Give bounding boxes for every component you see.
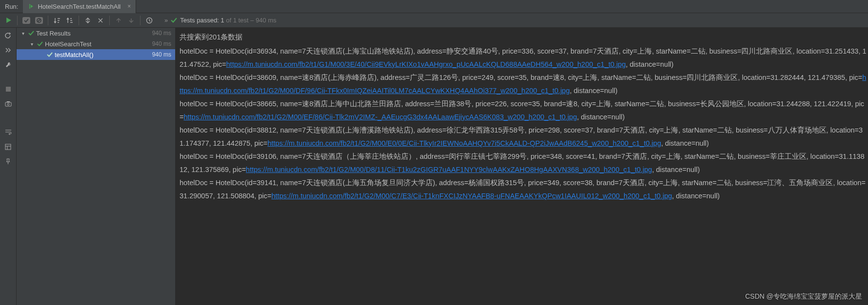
show-ignored-button[interactable] — [33, 15, 45, 26]
svg-rect-9 — [5, 144, 11, 150]
console-summary: 共搜索到201条数据 — [180, 31, 868, 44]
console-output[interactable]: 共搜索到201条数据hotelDoc = HotelDoc(id=36934, … — [176, 28, 868, 305]
check-icon — [28, 30, 34, 36]
sort-down-button[interactable] — [51, 15, 63, 26]
stop-button[interactable] — [3, 84, 13, 94]
test-tree[interactable]: ▾Test Results940 ms▾HotelSearchTest940 m… — [17, 28, 176, 305]
console-link[interactable]: https://m.tuniucdn.com/fb2/t1/G2/M00/C7/… — [271, 192, 672, 200]
rerun-tests-button[interactable] — [3, 31, 13, 40]
sort-up-button[interactable] — [64, 15, 76, 26]
console-line: hotelDoc = HotelDoc(id=39106, name=7天连锁酒… — [180, 150, 868, 176]
console-link[interactable]: https://m.tuniucdn.com/fb2/t1/G2/M00/EF/… — [183, 113, 577, 121]
tree-label: Test Results — [36, 30, 71, 37]
status-suffix: of 1 test – 940 ms — [224, 17, 277, 24]
tree-node[interactable]: ▾HotelSearchTest940 ms — [17, 38, 175, 49]
toggle-auto-test-button[interactable] — [3, 45, 13, 55]
console-link[interactable]: https://m.tuniucdn.com/fb2/t1/G2/M00/E0/… — [267, 139, 661, 147]
run-label: Run: — [0, 3, 23, 10]
rerun-play-icon — [28, 3, 35, 10]
close-tab-icon[interactable]: × — [123, 3, 131, 10]
wrench-button[interactable] — [3, 60, 13, 70]
pin-button[interactable] — [3, 156, 13, 166]
tree-time: 940 ms — [152, 40, 171, 47]
svg-rect-5 — [6, 87, 11, 92]
run-button[interactable] — [2, 15, 14, 26]
tree-time: 940 ms — [152, 51, 171, 58]
status-passed: Tests passed: 1 — [180, 17, 224, 24]
collapse-all-button[interactable] — [95, 15, 106, 26]
svg-rect-6 — [5, 102, 11, 106]
show-passed-button[interactable] — [20, 15, 32, 26]
console-link[interactable]: https://m.tuniucdn.com/fb2/t1/G1/M00/3E/… — [226, 60, 626, 68]
tree-label: testMatchAll() — [55, 51, 93, 58]
tree-node[interactable]: ▾Test Results940 ms — [17, 28, 175, 38]
console-line: hotelDoc = HotelDoc(id=39141, name=7天连锁酒… — [180, 176, 868, 203]
console-line: hotelDoc = HotelDoc(id=38665, name=速8酒店上… — [180, 97, 868, 124]
tree-label: HotelSearchTest — [45, 40, 91, 48]
layout-button[interactable] — [3, 142, 13, 152]
run-tab[interactable]: HotelSearchTest.testMatchAll × — [23, 0, 136, 13]
tree-node[interactable]: testMatchAll()940 ms — [17, 49, 175, 60]
next-failed-button[interactable] — [125, 15, 137, 26]
chevron-down-icon: ▾ — [28, 41, 35, 47]
tab-title: HotelSearchTest.testMatchAll — [38, 3, 121, 10]
tree-time: 940 ms — [152, 30, 171, 37]
svg-rect-8 — [7, 101, 10, 102]
check-icon — [47, 52, 53, 57]
prev-failed-button[interactable] — [113, 15, 124, 26]
import-results-button[interactable] — [143, 15, 155, 26]
console-link[interactable]: https://m.tuniucdn.com/fb2/t1/G2/M00/DF/… — [180, 74, 866, 95]
chevron-down-icon: ▾ — [20, 31, 26, 36]
svg-point-7 — [7, 103, 9, 105]
svg-rect-0 — [22, 17, 30, 24]
console-line: hotelDoc = HotelDoc(id=38812, name=7天连锁酒… — [180, 124, 868, 150]
soft-wrap-button[interactable] — [3, 127, 13, 137]
check-icon — [37, 41, 43, 47]
console-link[interactable]: https://m.tuniucdn.com/fb2/t1/G2/M00/D8/… — [246, 166, 652, 173]
console-line: hotelDoc = HotelDoc(id=38609, name=速8酒店(… — [180, 71, 868, 97]
test-status: » Tests passed: 1 of 1 test – 940 ms — [164, 17, 277, 24]
check-icon — [171, 17, 177, 23]
console-line: hotelDoc = HotelDoc(id=36934, name=7天连锁酒… — [180, 45, 868, 71]
expand-all-button[interactable] — [82, 15, 94, 26]
dump-threads-button[interactable] — [3, 99, 13, 109]
